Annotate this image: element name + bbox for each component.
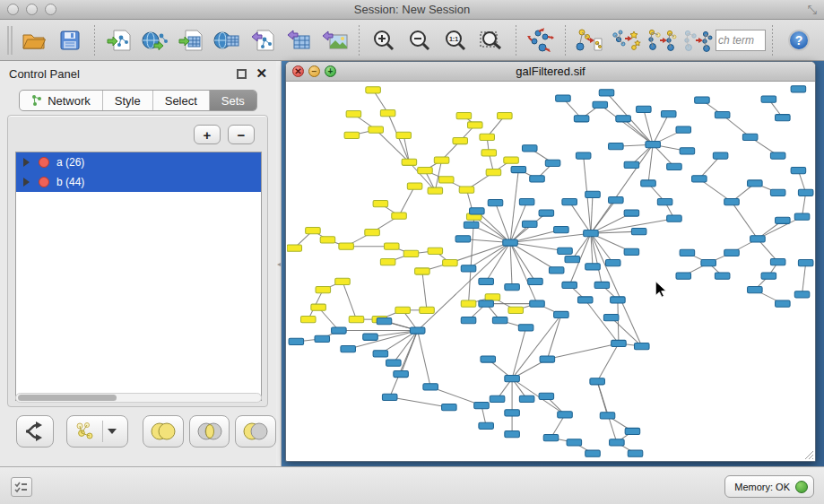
expander-triangle-icon[interactable] xyxy=(23,158,30,167)
help-question-icon: ? xyxy=(795,33,803,48)
horizontal-scrollbar[interactable] xyxy=(15,393,262,403)
sets-panel: + − a (26) b (44) xyxy=(7,115,268,407)
export-image-button[interactable] xyxy=(317,23,352,57)
export-table-icon xyxy=(286,29,311,52)
import-network-url-icon xyxy=(142,29,169,52)
zoom-fit-selected-button[interactable] xyxy=(473,23,509,57)
set-color-dot-icon xyxy=(39,157,49,168)
collapse-arrow-icon[interactable]: ◂ xyxy=(277,260,281,268)
fork-arrows-icon xyxy=(24,421,46,441)
panel-divider[interactable]: ◂ xyxy=(276,61,282,466)
zoom-in-icon xyxy=(372,29,395,52)
network-frame-title: galFiltered.sif xyxy=(516,65,585,78)
zoom-out-button[interactable] xyxy=(402,23,438,57)
mouse-cursor-icon xyxy=(655,282,665,297)
window-close-button[interactable] xyxy=(7,4,19,15)
minus-icon: − xyxy=(238,128,246,142)
list-item[interactable]: a (26) xyxy=(16,152,261,172)
split-set-button[interactable] xyxy=(16,415,54,448)
control-panel-title: Control Panel xyxy=(9,67,80,81)
open-session-button[interactable] xyxy=(16,23,52,57)
float-panel-button[interactable] xyxy=(237,69,247,79)
zoom-actual-button[interactable]: 1:1 xyxy=(438,23,473,57)
scrollbar-thumb[interactable] xyxy=(18,395,117,401)
tab-style-label: Style xyxy=(115,94,141,108)
sets-toolbar xyxy=(0,413,276,450)
save-floppy-icon xyxy=(59,30,81,51)
network-graph[interactable] xyxy=(287,82,815,461)
difference-sets-button[interactable] xyxy=(235,415,276,448)
tab-select-label: Select xyxy=(165,94,197,108)
intersection-venn-icon xyxy=(196,421,223,441)
import-table-url-button[interactable] xyxy=(209,23,245,57)
export-table-button[interactable] xyxy=(281,23,317,57)
frame-resize-grip[interactable] xyxy=(802,448,814,460)
frame-minimize-button[interactable]: − xyxy=(308,65,320,77)
search-input[interactable]: ch term xyxy=(716,30,766,51)
network-frame[interactable]: ✕ − + galFiltered.sif xyxy=(285,61,816,462)
toolbar-separator xyxy=(772,25,773,56)
intersect-sets-button[interactable] xyxy=(189,415,230,448)
frame-maximize-button[interactable]: + xyxy=(325,65,336,77)
new-network-selection-file-icon xyxy=(576,28,604,53)
control-panel-tabs: Network Style Select Sets xyxy=(0,90,276,111)
window-titlebar: Session: New Session ⤡ xyxy=(0,0,824,20)
import-table-file-icon xyxy=(178,29,204,52)
tab-style[interactable]: Style xyxy=(103,91,153,110)
import-network-url-button[interactable] xyxy=(137,23,173,57)
remove-set-button[interactable]: − xyxy=(228,125,255,144)
new-network-from-selection-selected-edges-button[interactable] xyxy=(608,23,644,57)
new-network-selection-edges-icon xyxy=(611,28,641,53)
import-network-file-button[interactable] xyxy=(101,23,137,57)
export-network-button[interactable] xyxy=(245,23,281,57)
close-panel-icon[interactable]: ✕ xyxy=(256,65,267,82)
apply-layout-button[interactable] xyxy=(523,23,559,57)
network-tab-icon xyxy=(31,94,42,107)
first-neighbors-button[interactable] xyxy=(644,23,680,57)
yellow-network-icon xyxy=(73,421,98,441)
svg-text:1:1: 1:1 xyxy=(449,36,458,42)
first-neighbors-icon xyxy=(646,28,677,53)
memory-status-badge[interactable]: Memory: OK xyxy=(724,475,814,498)
window-zoom-button[interactable] xyxy=(45,4,56,15)
list-item[interactable]: b (44) xyxy=(16,172,261,192)
tab-select[interactable]: Select xyxy=(153,91,210,110)
import-table-file-button[interactable] xyxy=(173,23,209,57)
tab-network[interactable]: Network xyxy=(20,91,103,110)
help-button[interactable]: ? xyxy=(788,30,810,51)
network-desktop: ◂ ✕ − + galFiltered.sif xyxy=(276,61,824,466)
control-panel-header: Control Panel ✕ xyxy=(0,61,276,86)
export-image-icon xyxy=(321,29,348,52)
open-folder-icon xyxy=(22,30,47,51)
frame-close-button[interactable]: ✕ xyxy=(292,65,304,77)
tab-network-label: Network xyxy=(48,94,91,108)
save-session-button[interactable] xyxy=(52,23,88,57)
control-panel: Control Panel ✕ Network Style Select Set… xyxy=(0,61,276,466)
memory-ok-dot-icon xyxy=(795,481,808,493)
search-visible-text: ch term xyxy=(718,34,754,47)
set-color-dot-icon xyxy=(39,177,49,187)
set-label: b (44) xyxy=(56,176,84,188)
toolbar-grip xyxy=(7,26,13,55)
window-minimize-button[interactable] xyxy=(26,4,38,15)
difference-venn-icon xyxy=(242,421,269,441)
network-canvas[interactable] xyxy=(287,82,815,461)
plus-icon: + xyxy=(204,128,212,142)
toolbar-separator xyxy=(359,25,360,56)
tab-sets[interactable]: Sets xyxy=(210,91,256,110)
add-set-button[interactable]: + xyxy=(194,125,221,144)
zoom-out-icon xyxy=(408,29,431,52)
hide-selected-button[interactable] xyxy=(680,23,716,57)
expander-triangle-icon[interactable] xyxy=(23,178,30,187)
import-network-file-icon xyxy=(107,29,132,52)
union-sets-button[interactable] xyxy=(143,415,184,448)
zoom-in-button[interactable] xyxy=(366,23,402,57)
sets-list: a (26) b (44) xyxy=(15,152,262,401)
task-history-button[interactable] xyxy=(11,477,32,497)
window-resize-icon[interactable]: ⤡ xyxy=(808,3,817,17)
set-label: a (26) xyxy=(56,156,84,169)
network-frame-titlebar[interactable]: ✕ − + galFiltered.sif xyxy=(286,62,815,82)
dropdown-arrow-icon[interactable] xyxy=(108,429,117,434)
create-set-from-network-button[interactable] xyxy=(66,415,128,448)
new-network-from-selection-all-edges-button[interactable] xyxy=(572,23,608,57)
